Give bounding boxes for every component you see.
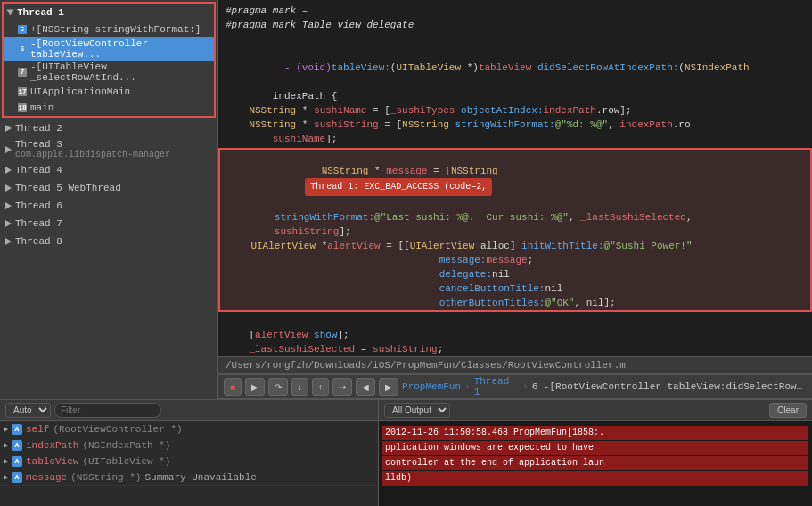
thread4-item[interactable]: Thread 4 <box>0 161 217 179</box>
var-type-self: (RootViewController *) <box>53 424 182 435</box>
code-line: - (void)tableView:(UITableView *)tableVi… <box>218 46 812 89</box>
var-row-message[interactable]: A message (NSString *) Summary Unavailab… <box>0 469 378 486</box>
thread5-collapse-icon <box>5 184 12 192</box>
var-row-tableview[interactable]: A tableView (UITableView *) <box>0 453 378 469</box>
thread4-label: Thread 4 <box>15 165 62 175</box>
breadcrumb-sep1: › <box>464 381 471 392</box>
code-line: _lastSushiSelected = sushiString; <box>218 342 812 356</box>
stack-icon-6: 6 <box>18 45 27 53</box>
code-text: message:message; <box>227 253 533 267</box>
code-text: sushiString]; <box>227 224 351 239</box>
back-button[interactable]: ◀ <box>356 378 375 396</box>
thread2-label: Thread 2 <box>15 123 62 134</box>
stack-item-17[interactable]: 17 UIApplicationMain <box>4 84 214 100</box>
var-type-indexpath: (NSIndexPath *) <box>82 440 170 451</box>
thread3-collapse-icon <box>5 146 12 153</box>
continue-button[interactable]: ▶ <box>245 378 265 396</box>
stack-icon-17: 17 <box>18 87 27 96</box>
stop-button[interactable]: ■ <box>224 378 242 396</box>
filepath-text: /Users/rongfzh/Downloads/iOS/PropMemFun/… <box>226 360 626 371</box>
clear-button[interactable]: Clear <box>769 403 807 418</box>
breadcrumb-thread: Thread 1 <box>474 376 519 397</box>
bottom-panel: Auto A self (RootViewController *) A ind… <box>0 399 812 506</box>
thread2-item[interactable]: Thread 2 <box>0 119 217 137</box>
var-name-tableview: tableView <box>26 456 78 467</box>
breadcrumb: PropMemFun › Thread 1 › 6 -[RootViewCont… <box>402 376 807 397</box>
output-line-2: pplication windows are expected to have <box>382 441 808 455</box>
code-text: stringWithFormat:@"Last sushi: %@. Cur s… <box>227 210 693 224</box>
thread1-header[interactable]: Thread 1 <box>4 4 214 21</box>
code-line-highlight-5: message:message; <box>220 253 810 267</box>
code-text: sushiName]; <box>226 132 337 146</box>
var-triangle-message <box>4 475 8 480</box>
stack-item-5[interactable]: 5 +[NSString stringWithFormat:] <box>4 21 214 37</box>
output-toolbar: All Output Clear <box>379 400 812 421</box>
thread7-item[interactable]: Thread 7 <box>0 215 217 233</box>
code-line: #pragma mark – <box>218 4 812 18</box>
step-out-button[interactable]: ↑ <box>312 378 329 396</box>
output-content[interactable]: 2012-11-26 11:50:58.468 PropMemFun[1858:… <box>379 421 812 506</box>
stack-label-17: UIApplicationMain <box>30 86 130 97</box>
step-into-button[interactable]: ↓ <box>291 378 308 396</box>
thread8-collapse-icon <box>5 238 12 245</box>
output-panel: All Output Clear 2012-11-26 11:50:58.468… <box>379 400 812 506</box>
code-line: [alertView show]; <box>218 328 812 342</box>
vars-filter-select[interactable]: Auto <box>5 403 51 418</box>
step-instruction-button[interactable]: ⇢ <box>332 378 352 396</box>
filepath-bar: /Users/rongfzh/Downloads/iOS/PropMemFun/… <box>218 356 812 374</box>
stack-label-18: main <box>30 102 53 113</box>
thread3-item[interactable]: Thread 3 com.apple.libdispatch-manager <box>0 137 217 161</box>
code-text: NSString * sushiString = [NSString strin… <box>226 118 691 132</box>
thread4-collapse-icon <box>5 167 12 174</box>
vars-search-input[interactable] <box>54 403 161 418</box>
var-type-tableview: (UITableView *) <box>82 456 170 467</box>
stack-item-6[interactable]: 6 -[RootViewController tableView... <box>4 37 214 61</box>
thread2-collapse-icon <box>5 125 12 132</box>
var-triangle-indexpath <box>4 443 8 448</box>
stack-item-18[interactable]: 18 main <box>4 100 214 116</box>
var-name-indexpath: indexPath <box>26 440 78 451</box>
code-text: delegate:nil <box>227 267 510 282</box>
code-line-highlight-7: cancelButtonTitle:nil <box>220 282 810 296</box>
var-row-self[interactable]: A self (RootViewController *) <box>0 421 378 437</box>
vars-content: A self (RootViewController *) A indexPat… <box>0 421 378 506</box>
stack-label-7: -[UITableView _selectRowAtInd... <box>30 61 207 83</box>
breadcrumb-app: PropMemFun <box>402 381 461 392</box>
var-row-indexpath[interactable]: A indexPath (NSIndexPath *) <box>0 437 378 453</box>
code-line-highlight-2: stringWithFormat:@"Last sushi: %@. Cur s… <box>220 210 810 224</box>
code-line: sushiName]; <box>218 132 812 146</box>
code-text: indexPath { <box>226 89 337 103</box>
thread5-item[interactable]: Thread 5 WebThread <box>0 179 217 197</box>
var-icon-self: A <box>12 424 22 435</box>
thread1-label: Thread 1 <box>17 7 64 18</box>
thread6-label: Thread 6 <box>15 200 62 211</box>
output-filter-select[interactable]: All Output <box>384 403 450 418</box>
code-text: NSString * message = [NSString Thread 1:… <box>227 150 498 210</box>
forward-button[interactable]: ▶ <box>379 378 398 396</box>
code-text: UIAlertView *alertView = [[UIAlertView a… <box>227 239 693 253</box>
vars-toolbar: Auto <box>0 400 378 421</box>
var-name-self: self <box>26 424 49 435</box>
output-line-1: 2012-11-26 11:50:58.468 PropMemFun[1858:… <box>382 426 808 440</box>
thread3-label: Thread 3 <box>15 139 170 150</box>
stack-item-7[interactable]: 7 -[UITableView _selectRowAtInd... <box>4 61 214 84</box>
output-line-3: controller at the end of application lau… <box>382 456 808 470</box>
variables-panel: Auto A self (RootViewController *) A ind… <box>0 400 379 506</box>
code-text: [alertView show]; <box>226 328 349 342</box>
code-view[interactable]: #pragma mark – #pragma mark Table view d… <box>218 0 812 356</box>
code-text: #pragma mark – <box>226 4 308 18</box>
thread3-sub: com.apple.libdispatch-manager <box>15 150 170 159</box>
var-type-message: (NSString *) <box>70 472 141 483</box>
breadcrumb-frame: 6 -[RootViewController tableView:didSele… <box>532 381 807 392</box>
step-over-button[interactable]: ↷ <box>268 378 288 396</box>
breadcrumb-sep2: › <box>522 381 529 392</box>
var-value-message: Summary Unavailable <box>144 472 256 483</box>
code-text: otherButtonTitles:@"OK", nil]; <box>227 296 616 310</box>
thread-sidebar: Thread 1 5 +[NSString stringWithFormat:]… <box>0 0 218 399</box>
thread8-item[interactable]: Thread 8 <box>0 233 217 250</box>
thread5-label: Thread 5 WebThread <box>15 183 121 193</box>
exception-highlight-block: NSString * message = [NSString Thread 1:… <box>218 148 812 312</box>
var-triangle-tableview <box>4 459 8 464</box>
thread6-item[interactable]: Thread 6 <box>0 197 217 215</box>
code-line: indexPath { <box>218 89 812 103</box>
